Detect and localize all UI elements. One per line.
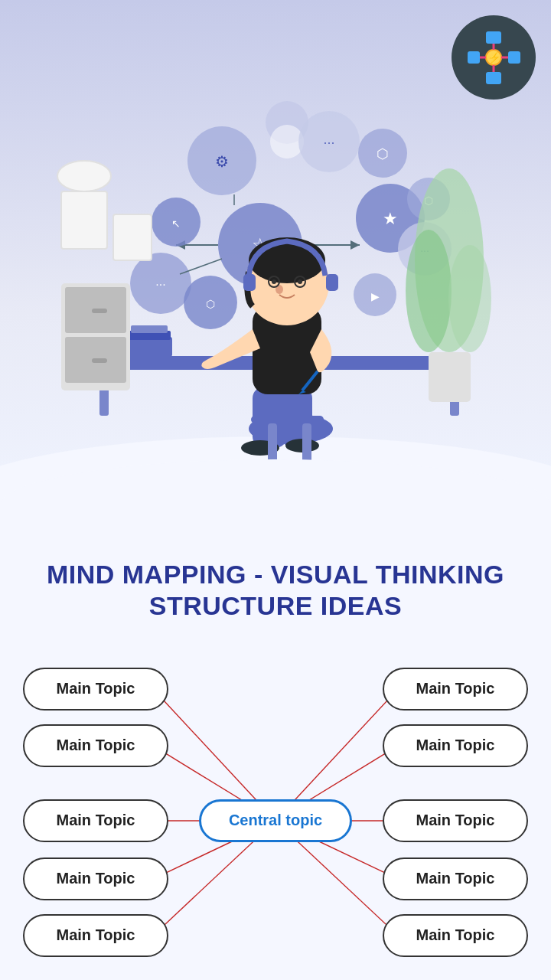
- svg-text:⬡: ⬡: [206, 298, 215, 310]
- svg-rect-51: [268, 423, 277, 473]
- left-topic-3: Main Topic: [23, 799, 168, 842]
- central-topic: Central topic: [199, 799, 352, 842]
- svg-text:⬡: ⬡: [377, 146, 389, 162]
- svg-text:↖: ↖: [171, 217, 181, 230]
- svg-rect-73: [429, 352, 471, 402]
- right-topic-4: Main Topic: [383, 858, 528, 900]
- title-block: MIND MAPPING - VISUAL THINKING STRUCTURE…: [15, 536, 536, 652]
- svg-point-75: [406, 230, 452, 352]
- svg-point-64: [298, 279, 302, 284]
- svg-point-63: [272, 279, 276, 284]
- svg-rect-9: [508, 51, 520, 64]
- left-topic-1: Main Topic: [23, 668, 168, 710]
- svg-text:···: ···: [323, 135, 334, 150]
- svg-rect-58: [243, 274, 256, 291]
- svg-point-76: [448, 245, 491, 352]
- right-topic-5: Main Topic: [383, 914, 528, 957]
- logo-icon: ⚡: [465, 29, 523, 87]
- svg-rect-52: [302, 423, 311, 473]
- svg-rect-6: [486, 31, 501, 44]
- svg-point-57: [249, 237, 325, 283]
- svg-point-72: [57, 161, 111, 191]
- illustration-section: ⚡ ☆ ···: [0, 0, 551, 521]
- svg-text:···: ···: [155, 278, 165, 291]
- svg-rect-50: [251, 416, 324, 423]
- svg-rect-44: [131, 325, 168, 333]
- svg-text:⚙: ⚙: [215, 153, 229, 170]
- svg-rect-7: [486, 72, 501, 84]
- bottom-section: MIND MAPPING - VISUAL THINKING STRUCTURE…: [0, 521, 551, 980]
- svg-rect-8: [468, 51, 480, 64]
- logo-circle: ⚡: [452, 15, 536, 100]
- svg-rect-71: [113, 214, 152, 260]
- right-topic-1: Main Topic: [383, 668, 528, 710]
- svg-text:⚡: ⚡: [487, 51, 500, 64]
- svg-rect-59: [326, 274, 338, 291]
- svg-rect-68: [92, 309, 107, 313]
- svg-text:★: ★: [383, 209, 398, 228]
- svg-text:▶: ▶: [371, 290, 380, 302]
- page-title: MIND MAPPING - VISUAL THINKING STRUCTURE…: [31, 559, 520, 622]
- left-topic-4: Main Topic: [23, 858, 168, 900]
- svg-rect-69: [92, 358, 107, 363]
- left-topic-2: Main Topic: [23, 724, 168, 767]
- right-topic-3: Main Topic: [383, 799, 528, 842]
- left-topic-5: Main Topic: [23, 914, 168, 957]
- mind-map-diagram: Main Topic Main Topic Main Topic Main To…: [15, 660, 536, 980]
- right-topic-2: Main Topic: [383, 724, 528, 767]
- svg-rect-70: [61, 191, 107, 249]
